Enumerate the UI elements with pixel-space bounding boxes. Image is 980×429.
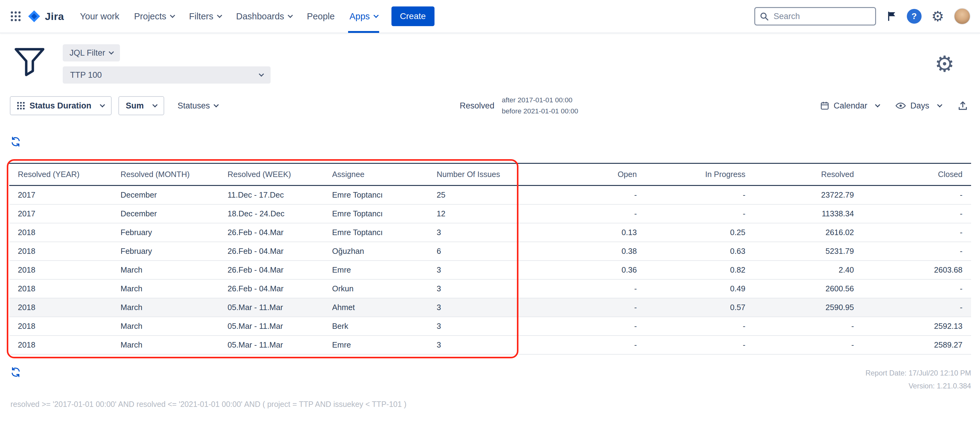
table-row[interactable]: 2018March26.Feb - 04.MarOrkun3-0.492600.… — [9, 279, 971, 298]
nav-dashboards[interactable]: Dashboards — [229, 0, 299, 33]
table-cell: - — [862, 204, 971, 223]
table-cell: 2018 — [9, 279, 112, 298]
saved-filter-select[interactable]: TTP 100 — [63, 67, 270, 84]
user-avatar[interactable] — [954, 8, 970, 25]
table-cell: 2590.95 — [754, 298, 862, 317]
report-date: Report Date: 17/Jul/20 12:10 PM — [865, 367, 971, 380]
column-header-in-progress[interactable]: In Progress — [646, 164, 754, 186]
table-cell: 0.63 — [646, 242, 754, 261]
table-row[interactable]: 2018February26.Feb - 04.MarEmre Toptancı… — [9, 223, 971, 242]
nav-apps-label: Apps — [349, 11, 370, 22]
statuses-label: Statuses — [178, 101, 210, 111]
eye-icon — [896, 102, 906, 110]
column-header-assignee[interactable]: Assignee — [323, 164, 428, 186]
table-cell: 3 — [428, 223, 537, 242]
help-icon[interactable]: ? — [907, 9, 921, 24]
table-cell: Emre Toptancı — [323, 223, 428, 242]
table-cell: 05.Mar - 11.Mar — [219, 335, 323, 354]
table-cell: February — [112, 242, 219, 261]
selected-filter-value: TTP 100 — [70, 70, 102, 80]
table-cell: 11338.34 — [754, 204, 862, 223]
statuses-dropdown[interactable]: Statuses — [178, 101, 218, 111]
nav-your-work[interactable]: Your work — [73, 0, 127, 33]
days-dropdown[interactable]: Days — [896, 101, 942, 111]
table-row[interactable]: 2018March05.Mar - 11.MarAhmet3-0.572590.… — [9, 298, 971, 317]
table-cell: 23722.79 — [754, 186, 862, 205]
table-cell: 2017 — [9, 186, 112, 205]
view-type-label: Status Duration — [30, 101, 91, 111]
table-cell: 2603.68 — [862, 261, 971, 279]
resolved-before-value: before 2021-01-01 00:00 — [502, 106, 578, 117]
table-cell: March — [112, 279, 219, 298]
jql-filter-button[interactable]: JQL Filter — [63, 44, 120, 62]
table-cell: March — [112, 335, 219, 354]
table-cell: 3 — [428, 317, 537, 335]
table-row[interactable]: 2018February26.Feb - 04.MarOğuzhan60.380… — [9, 242, 971, 261]
report-meta: Report Date: 17/Jul/20 12:10 PM Version:… — [865, 367, 971, 392]
resolved-range-label: Resolved — [460, 101, 495, 111]
table-cell: Orkun — [323, 279, 428, 298]
table-cell: 11.Dec - 17.Dec — [219, 186, 323, 205]
column-header-resolved-month[interactable]: Resolved (MONTH) — [112, 164, 219, 186]
grid-icon — [17, 102, 25, 110]
column-header-resolved-year[interactable]: Resolved (YEAR) — [9, 164, 112, 186]
column-header-open[interactable]: Open — [537, 164, 646, 186]
table-cell: 3 — [428, 261, 537, 279]
table-cell: - — [537, 298, 646, 317]
nav-filters[interactable]: Filters — [182, 0, 229, 33]
app-switcher-icon — [10, 10, 22, 22]
chevron-down-icon — [109, 49, 114, 55]
table-cell: 2018 — [9, 298, 112, 317]
refresh-button-bottom[interactable] — [10, 367, 21, 377]
resolved-date-range: Resolved after 2017-01-01 00:00 before 2… — [218, 95, 820, 117]
column-header-resolved[interactable]: Resolved — [754, 164, 862, 186]
table-cell: 18.Dec - 24.Dec — [219, 204, 323, 223]
chevron-down-icon — [217, 13, 222, 18]
nav-apps[interactable]: Apps — [342, 0, 385, 33]
calendar-dropdown[interactable]: Calendar — [820, 101, 880, 111]
table-cell: 12 — [428, 204, 537, 223]
app-switcher-button[interactable] — [6, 7, 25, 26]
report-toolbar: Status Duration Sum Statuses Resolved af… — [0, 94, 980, 121]
table-row[interactable]: 2018March26.Feb - 04.MarEmre30.360.822.4… — [9, 261, 971, 279]
calendar-label: Calendar — [834, 101, 867, 111]
resolved-range-values: after 2017-01-01 00:00 before 2021-01-01… — [502, 95, 578, 117]
table-cell: 05.Mar - 11.Mar — [219, 317, 323, 335]
resolved-after-value: after 2017-01-01 00:00 — [502, 95, 578, 106]
nav-your-work-label: Your work — [80, 11, 119, 22]
column-header-resolved-week[interactable]: Resolved (WEEK) — [219, 164, 323, 186]
nav-projects[interactable]: Projects — [127, 0, 182, 33]
table-cell: Emre — [323, 335, 428, 354]
table-cell: 0.25 — [646, 223, 754, 242]
table-cell: 26.Feb - 04.Mar — [219, 261, 323, 279]
search-input[interactable] — [754, 7, 876, 25]
create-button[interactable]: Create — [391, 6, 434, 26]
view-type-button[interactable]: Status Duration — [10, 96, 111, 115]
table-row[interactable]: 2017December18.Dec - 24.DecEmre Toptancı… — [9, 204, 971, 223]
brand-name: Jira — [45, 10, 64, 22]
table-header: Resolved (YEAR) Resolved (MONTH) Resolve… — [9, 164, 971, 186]
table-row[interactable]: 2018March05.Mar - 11.MarEmre3---2589.27 — [9, 335, 971, 354]
refresh-button[interactable] — [10, 137, 21, 147]
table-row[interactable]: 2017December11.Dec - 17.DecEmre Toptancı… — [9, 186, 971, 205]
table-cell: 3 — [428, 279, 537, 298]
nav-people[interactable]: People — [299, 0, 342, 33]
column-header-number-of-issues[interactable]: Number Of Issues — [428, 164, 537, 186]
settings-icon[interactable]: ⚙ — [931, 9, 944, 23]
column-header-closed[interactable]: Closed — [862, 164, 971, 186]
table-cell: Ahmet — [323, 298, 428, 317]
aggregate-button[interactable]: Sum — [118, 96, 164, 115]
table-cell: 2.40 — [754, 261, 862, 279]
announcement-flag-icon[interactable] — [886, 11, 897, 22]
table-row[interactable]: 2018March05.Mar - 11.MarBerk3---2592.13 — [9, 317, 971, 335]
report-settings-icon[interactable]: ⚙ — [934, 53, 955, 75]
table-cell: 25 — [428, 186, 537, 205]
table-cell: - — [646, 186, 754, 205]
jira-logo[interactable]: Jira — [28, 10, 64, 23]
export-icon[interactable] — [958, 100, 968, 111]
chevron-down-icon — [288, 13, 293, 18]
table-cell: - — [537, 204, 646, 223]
table-cell: - — [862, 242, 971, 261]
search-box — [754, 7, 876, 25]
table-cell: - — [646, 335, 754, 354]
